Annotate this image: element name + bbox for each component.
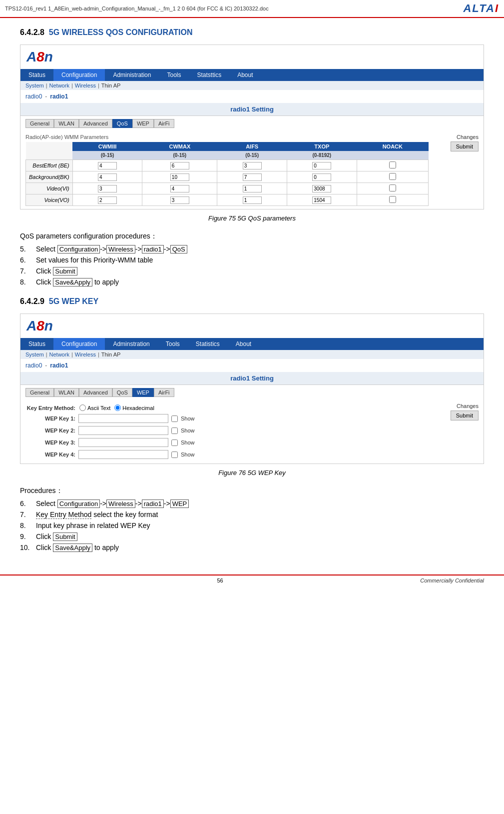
input-txop-3[interactable] [312, 196, 331, 204]
wmm-aifs-1[interactable] [217, 172, 287, 183]
bc-system[interactable]: System [25, 82, 44, 88]
wep-nav-administration[interactable]: Adminstration [105, 338, 157, 350]
wep-nav-tools[interactable]: Tools [158, 338, 188, 350]
input-txop-1[interactable] [312, 174, 331, 181]
wep-bc-network[interactable]: Network [49, 352, 69, 358]
wep-key-input-0[interactable] [78, 414, 168, 423]
input-txop-0[interactable] [312, 162, 331, 170]
wmm-cwmin-0[interactable] [72, 160, 142, 172]
input-cwmin-1[interactable] [98, 174, 117, 181]
nav-statistics[interactable]: Statsttics [189, 69, 229, 81]
input-aifs-3[interactable] [243, 196, 262, 204]
wep-show-check-3[interactable] [171, 452, 178, 458]
wep-tab-advanced[interactable]: Advanced [79, 388, 112, 397]
input-cwmin-0[interactable] [98, 162, 117, 170]
wmm-txop-2[interactable] [287, 183, 357, 194]
wep-nav-statistics[interactable]: Statistics [188, 338, 228, 350]
wmm-cwmin-2[interactable] [72, 183, 142, 194]
input-cwmax-3[interactable] [170, 196, 189, 204]
tab-qos[interactable]: QoS [112, 119, 132, 128]
hex-radio[interactable] [114, 404, 121, 411]
wep-key-input-1[interactable] [78, 426, 168, 435]
wep-key-input-3[interactable] [78, 450, 168, 459]
input-cwmax-2[interactable] [170, 185, 189, 192]
wmm-noack-3[interactable] [357, 194, 428, 206]
nav-administration[interactable]: Administration [105, 69, 159, 81]
wmm-txop-3[interactable] [287, 194, 357, 206]
input-noack-1[interactable] [389, 173, 396, 180]
wep-show-check-0[interactable] [171, 416, 178, 422]
th-aifs: AIFS [217, 142, 287, 151]
range-txop: (0-8192) [287, 151, 357, 160]
wep-key-input-2[interactable] [78, 438, 168, 447]
wep-nav-status[interactable]: Status [20, 338, 53, 350]
wep-nav-configuration[interactable]: Configuration [53, 338, 105, 350]
device-logo-bar: A8n [20, 45, 484, 69]
qos-procedures-title: QoS parameters configuration procedures： [20, 232, 484, 241]
wmm-cwmax-2[interactable] [142, 183, 217, 194]
wmm-noack-0[interactable] [357, 160, 428, 172]
wmm-txop-0[interactable] [287, 160, 357, 172]
ascii-radio[interactable] [79, 404, 86, 411]
input-cwmax-0[interactable] [170, 162, 189, 170]
wep-tab-wlan[interactable]: WLAN [54, 388, 79, 397]
qos-device-ui: A8n Status Configuration Administration … [20, 44, 484, 210]
tab-airfi[interactable]: AirFi [154, 119, 174, 128]
tab-advanced[interactable]: Advanced [79, 119, 112, 128]
qos-submit-button[interactable]: Submit [451, 142, 479, 152]
wep-radio0-tab[interactable]: radio0 [25, 362, 42, 369]
procedures-title: Procedures： [20, 486, 484, 496]
wmm-noack-1[interactable] [357, 172, 428, 183]
wmm-cwmax-0[interactable] [142, 160, 217, 172]
input-txop-2[interactable] [312, 185, 331, 192]
wep-radio1-tab[interactable]: radio1 [50, 362, 68, 369]
nav-status[interactable]: Status [20, 69, 53, 81]
wmm-cwmin-3[interactable] [72, 194, 142, 206]
input-noack-0[interactable] [389, 162, 396, 168]
bc-wireless[interactable]: Wireless [75, 82, 96, 88]
nav-tools[interactable]: Tools [159, 69, 189, 81]
range-noack [357, 151, 428, 160]
input-cwmax-1[interactable] [170, 174, 189, 181]
wep-key-row-2: WEP Key 3: Show [25, 436, 429, 448]
input-aifs-1[interactable] [243, 174, 262, 181]
wmm-aifs-3[interactable] [217, 194, 287, 206]
radio0-tab[interactable]: radio0 [25, 93, 42, 100]
bc-thinap: Thin AP [101, 82, 121, 88]
wep-tab-airfi[interactable]: AirFi [154, 388, 174, 397]
wep-submit-button[interactable]: Submit [451, 410, 479, 420]
nav-configuration[interactable]: Configuration [53, 69, 105, 81]
wep-tab-wep[interactable]: WEP [132, 388, 154, 397]
wmm-aifs-2[interactable] [217, 183, 287, 194]
input-cwmin-3[interactable] [98, 196, 117, 204]
bc-network[interactable]: Network [49, 82, 69, 88]
confidential-label: Commercially Confidential [420, 578, 484, 584]
wmm-label-1: Background(BK) [26, 172, 73, 183]
wep-show-check-2[interactable] [171, 440, 178, 446]
wmm-aifs-0[interactable] [217, 160, 287, 172]
tab-wep[interactable]: WEP [132, 119, 154, 128]
wep-device-ui: A8n Status Configuration Adminstration T… [20, 314, 484, 464]
wmm-cwmax-3[interactable] [142, 194, 217, 206]
wep-bc-system[interactable]: System [25, 352, 44, 358]
wep-nav-about[interactable]: About [228, 338, 259, 350]
wmm-cwmax-1[interactable] [142, 172, 217, 183]
radio1-tab[interactable]: radio1 [50, 93, 68, 100]
tab-general[interactable]: General [25, 119, 54, 128]
input-cwmin-2[interactable] [98, 185, 117, 192]
input-noack-3[interactable] [389, 196, 396, 203]
qos-tab-row: General WLAN Advanced QoS WEP AirFi [20, 116, 484, 131]
tab-wlan[interactable]: WLAN [54, 119, 79, 128]
wep-keys-container: WEP Key 1: Show WEP Key 2: Show WEP Key … [25, 412, 429, 460]
input-aifs-0[interactable] [243, 162, 262, 170]
wmm-cwmin-1[interactable] [72, 172, 142, 183]
wmm-noack-2[interactable] [357, 183, 428, 194]
wep-show-check-1[interactable] [171, 428, 178, 434]
wmm-txop-1[interactable] [287, 172, 357, 183]
nav-about[interactable]: About [229, 69, 261, 81]
wep-tab-general[interactable]: General [25, 388, 54, 397]
wep-bc-wireless[interactable]: Wireless [75, 352, 96, 358]
input-aifs-2[interactable] [243, 185, 262, 192]
input-noack-2[interactable] [389, 184, 396, 192]
wep-tab-qos[interactable]: QoS [112, 388, 132, 397]
